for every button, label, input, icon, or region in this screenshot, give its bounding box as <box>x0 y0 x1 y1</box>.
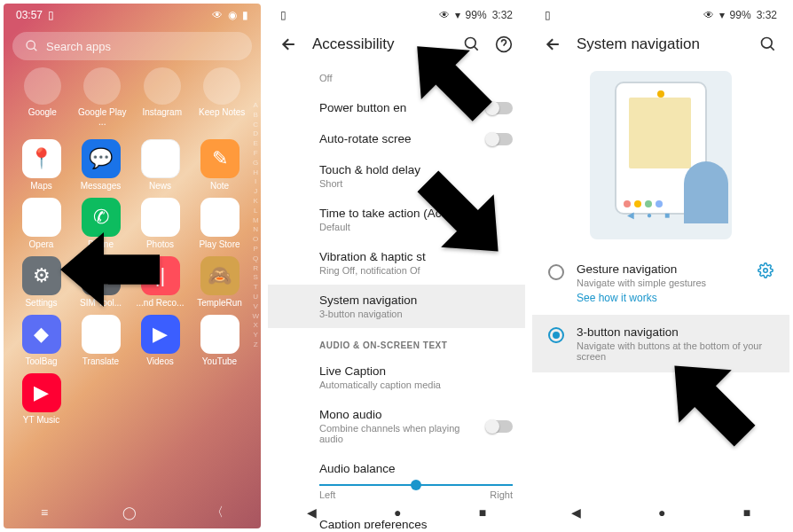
settings-item-value: Default <box>319 222 513 232</box>
app-label: ToolBag <box>12 356 70 366</box>
app-folder[interactable]: Google Play ... <box>77 67 127 127</box>
app-ndreco[interactable]: ||...nd Reco... <box>131 256 189 308</box>
page-title: Accessibility <box>312 35 449 53</box>
gear-icon[interactable] <box>758 262 773 282</box>
home-button[interactable]: ● <box>394 505 401 520</box>
back-icon[interactable] <box>280 35 298 53</box>
settings-item-label: Mono audio <box>319 408 477 421</box>
home-screen-panel: 03:57 ▯ 👁 ◉ ▮ Search apps GoogleGoogle P… <box>4 4 261 528</box>
app-label: Play Store <box>191 239 248 249</box>
search-icon[interactable] <box>759 35 777 53</box>
app-photos[interactable]: ✦Photos <box>131 198 189 249</box>
app-toolbag[interactable]: ◆ToolBag <box>12 315 70 366</box>
app-label: Maps <box>12 181 70 191</box>
recents-button[interactable]: ≡ <box>41 505 48 520</box>
search-icon <box>25 39 39 53</box>
settings-item[interactable]: Live CaptionAutomatically caption media <box>319 356 525 399</box>
see-how-link[interactable]: See how it works <box>577 292 706 304</box>
navigation-option[interactable]: Gesture navigation Navigate with simple … <box>545 252 777 315</box>
search-icon[interactable] <box>463 35 481 53</box>
audio-balance-label: Audio balance <box>319 462 513 475</box>
page-title: System navigation <box>577 35 745 53</box>
settings-item-label: Live Caption <box>319 364 513 378</box>
settings-item[interactable]: Vibration & haptic stRing Off, notificat… <box>319 241 525 285</box>
app-grid: 📍Maps💬MessagesGNews✎NoteOOpera✆Phone✦Pho… <box>4 134 261 430</box>
settings-item-label: System navigation <box>319 293 513 307</box>
alphabet-index[interactable]: ABCDEFGHIJKLMNOPQRSTUVWXYZ <box>252 101 259 350</box>
settings-item-value: 3-button navigation <box>319 309 513 319</box>
app-icon: 💬 <box>82 139 121 178</box>
app-icon: ▤ <box>82 256 121 295</box>
settings-item-label: Vibration & haptic st <box>319 250 513 263</box>
recents-button[interactable]: ■ <box>743 505 750 520</box>
home-button[interactable]: ◯ <box>122 505 137 520</box>
settings-item[interactable]: Touch & hold delayShort <box>319 154 525 198</box>
settings-item[interactable]: System navigation3-button navigation <box>268 285 525 328</box>
visibility-icon: 👁 <box>439 9 450 21</box>
search-apps-input[interactable]: Search apps <box>12 32 252 60</box>
app-label: News <box>131 181 189 191</box>
app-icon: ✎ <box>200 139 239 178</box>
app-ytmusic[interactable]: ▶YT Music <box>12 373 70 425</box>
wifi-icon: ▾ <box>455 9 460 21</box>
app-youtube[interactable]: ▶YouTube <box>191 315 248 366</box>
settings-item[interactable]: Power button en <box>319 92 525 123</box>
back-button[interactable]: ◀ <box>307 505 317 520</box>
status-bar: ▯ 👁 ▾ 99% 3:32 <box>532 4 789 27</box>
folder-label: Instagram <box>137 107 187 117</box>
app-messages[interactable]: 💬Messages <box>72 139 130 191</box>
option-label: 3-button navigation <box>577 325 773 339</box>
notification-icon: ▯ <box>545 9 551 21</box>
settings-item-value: Ring Off, notification Of <box>319 265 513 276</box>
app-playstore[interactable]: ▶Play Store <box>191 198 248 249</box>
settings-item[interactable]: Mono audioCombine channels when playing … <box>319 399 525 453</box>
app-folder[interactable]: Instagram <box>137 67 187 127</box>
app-folder[interactable]: Google <box>18 67 67 127</box>
app-label: Settings <box>12 298 70 308</box>
toggle-switch[interactable] <box>486 102 513 114</box>
settings-item[interactable]: Time to take action (Acc ility timDefaul… <box>319 198 525 241</box>
notification-icon: ▯ <box>280 9 287 21</box>
app-translate[interactable]: G文Translate <box>72 315 130 366</box>
settings-item[interactable]: Auto-rotate scree <box>319 123 525 154</box>
section-header: AUDIO & ON-SCREEN TEXT <box>319 328 525 356</box>
app-settings[interactable]: ⚙Settings <box>12 256 70 308</box>
help-icon[interactable] <box>495 35 513 53</box>
settings-item[interactable]: Off <box>319 62 525 92</box>
app-videos[interactable]: ▶Videos <box>131 315 189 366</box>
app-folder[interactable]: Keep Notes <box>197 67 247 127</box>
home-button[interactable]: ● <box>658 505 665 520</box>
settings-item-label: Time to take action (Acc ility tim <box>319 207 513 220</box>
status-bar: 03:57 ▯ 👁 ◉ ▮ <box>4 4 261 27</box>
app-phone[interactable]: ✆Phone <box>72 198 130 249</box>
recents-button[interactable]: ■ <box>479 505 486 520</box>
svg-point-3 <box>466 38 476 49</box>
settings-item-value: Combine channels when playing audio <box>319 423 477 444</box>
nav-bar: ◀ ● ■ <box>532 497 789 528</box>
app-opera[interactable]: OOpera <box>12 198 70 249</box>
app-maps[interactable]: 📍Maps <box>12 139 70 191</box>
settings-item-label: Power button en <box>319 101 406 114</box>
audio-balance-slider[interactable] <box>319 484 513 486</box>
app-note[interactable]: ✎Note <box>191 139 248 191</box>
settings-item-value: Automatically caption media <box>319 379 513 390</box>
app-icon: 🙈 <box>200 256 239 295</box>
app-simtool[interactable]: ▤SIM Tool... <box>72 256 130 308</box>
radio-button[interactable] <box>548 327 564 343</box>
toggle-switch[interactable] <box>486 420 513 433</box>
app-templerun[interactable]: 🙈TempleRun <box>191 256 248 308</box>
radio-button[interactable] <box>548 264 564 280</box>
back-button[interactable]: ◀ <box>571 505 581 520</box>
back-icon[interactable] <box>545 35 562 53</box>
svg-point-10 <box>764 269 768 273</box>
nav-bar: ◀ ● ■ <box>268 497 525 528</box>
app-label: Messages <box>72 181 130 191</box>
app-icon: G <box>141 139 180 178</box>
app-news[interactable]: GNews <box>131 139 189 191</box>
option-label: Gesture navigation <box>577 262 706 276</box>
toggle-switch[interactable] <box>486 133 513 145</box>
settings-item-value: Short <box>319 178 513 189</box>
back-button[interactable]: 〈 <box>211 505 224 520</box>
navigation-option[interactable]: 3-button navigation Navigate with button… <box>532 315 789 372</box>
svg-line-9 <box>771 47 774 51</box>
